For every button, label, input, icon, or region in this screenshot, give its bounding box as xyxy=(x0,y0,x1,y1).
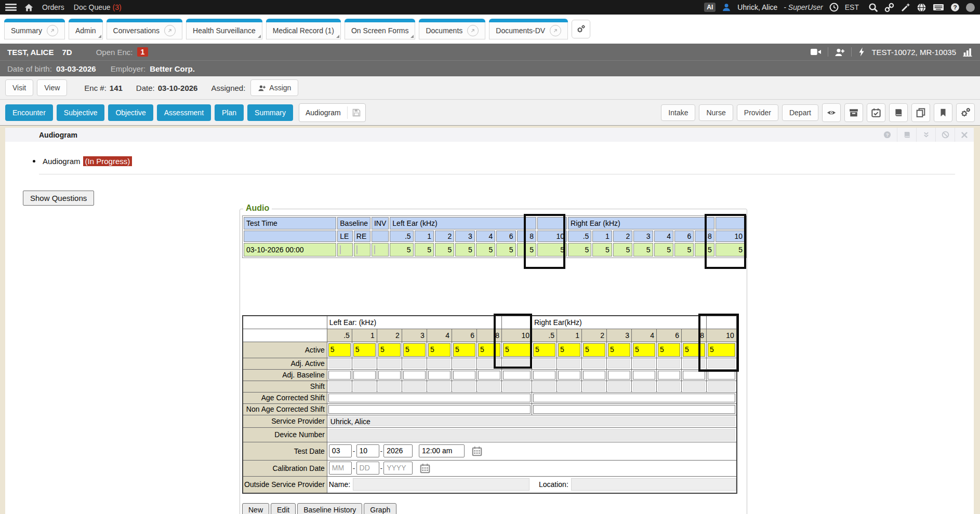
link-icon[interactable] xyxy=(884,3,894,12)
visit-button[interactable]: Visit xyxy=(5,79,33,96)
help-icon[interactable]: ? xyxy=(950,3,960,12)
tab-medical-record[interactable]: Medical Record (1) xyxy=(266,19,341,39)
active-threshold-input[interactable]: 5 xyxy=(378,343,401,357)
external-link-icon[interactable] xyxy=(164,25,176,36)
book-icon[interactable] xyxy=(889,103,908,122)
keyboard-icon[interactable] xyxy=(933,3,944,12)
show-questions-button[interactable]: Show Questions xyxy=(23,191,94,206)
calendar-icon[interactable] xyxy=(420,463,430,474)
test-date-day-input[interactable]: 10 xyxy=(356,444,379,457)
active-threshold-input[interactable]: 5 xyxy=(478,343,500,357)
home-icon[interactable] xyxy=(24,3,34,12)
provider-button[interactable]: Provider xyxy=(737,104,778,121)
audiogram-document-tab[interactable]: Audiogram xyxy=(299,103,366,122)
input-cell-wide[interactable] xyxy=(533,405,735,414)
external-link-icon[interactable] xyxy=(550,25,561,36)
test-date-month-input[interactable]: 03 xyxy=(329,444,352,457)
cancel-ban-icon[interactable] xyxy=(935,128,955,142)
open-enc-badge[interactable]: 1 xyxy=(137,47,149,57)
breadcrumb-doc-queue[interactable]: Doc Queue (3) xyxy=(74,3,122,11)
section-summary-button[interactable]: Summary xyxy=(247,104,293,121)
audiogram-list-item[interactable]: Audiogram (In Progress) xyxy=(33,156,974,166)
input-cell[interactable] xyxy=(583,371,605,380)
checkbox[interactable] xyxy=(340,245,341,254)
tab-summary[interactable]: Summary xyxy=(4,19,65,39)
calendar-check-icon[interactable] xyxy=(867,103,885,122)
assign-button[interactable]: Assign xyxy=(250,79,298,96)
input-cell[interactable] xyxy=(708,371,735,380)
panel-help-icon[interactable]: ? xyxy=(878,128,897,142)
tab-health-surveillance[interactable]: Health Surveillance xyxy=(186,19,262,39)
active-threshold-input[interactable]: 5 xyxy=(533,343,555,357)
lightning-bolt-icon[interactable] xyxy=(858,47,865,57)
input-cell[interactable] xyxy=(403,371,426,380)
active-threshold-input[interactable]: 5 xyxy=(328,343,351,357)
archive-box-icon[interactable] xyxy=(844,103,863,122)
tab-admin[interactable]: Admin xyxy=(69,19,103,39)
magic-wand-icon[interactable] xyxy=(900,3,910,12)
test-time-input[interactable]: 12:00 am xyxy=(419,444,465,457)
tab-documents[interactable]: Documents xyxy=(419,19,485,39)
checkbox[interactable] xyxy=(356,245,357,254)
test-time-value[interactable]: 03-10-2026 00:00 xyxy=(244,243,336,256)
input-cell[interactable] xyxy=(428,371,451,380)
active-threshold-input[interactable]: 5 xyxy=(708,343,735,357)
search-icon[interactable] xyxy=(868,3,878,12)
tab-settings-gears-icon[interactable] xyxy=(572,20,590,38)
eye-icon[interactable] xyxy=(822,103,841,122)
save-icon[interactable] xyxy=(348,109,365,117)
active-threshold-input[interactable]: 5 xyxy=(683,343,705,357)
input-cell[interactable] xyxy=(533,371,555,380)
input-cell[interactable] xyxy=(453,371,475,380)
baseline-le-cell[interactable] xyxy=(337,243,353,256)
timezone-label[interactable]: EST xyxy=(845,3,859,11)
active-threshold-input[interactable]: 5 xyxy=(403,343,426,357)
input-cell[interactable] xyxy=(558,371,580,380)
input-cell[interactable] xyxy=(353,371,376,380)
hamburger-menu-icon[interactable] xyxy=(5,4,17,11)
test-row[interactable]: 03-10-2026 00:00 5 5 5 5 5 5 5 5 5 5 5 5… xyxy=(244,243,745,256)
copy-pages-icon[interactable] xyxy=(911,103,930,122)
input-cell-wide[interactable] xyxy=(328,405,531,414)
active-threshold-input[interactable]: 5 xyxy=(353,343,376,357)
tab-on-screen-forms[interactable]: On Screen Forms xyxy=(345,19,415,39)
section-subjective-button[interactable]: Subjective xyxy=(57,104,105,121)
input-cell[interactable] xyxy=(478,371,500,380)
active-threshold-input[interactable]: 5 xyxy=(428,343,451,357)
active-threshold-input[interactable]: 5 xyxy=(633,343,655,357)
section-objective-button[interactable]: Objective xyxy=(108,104,153,121)
edit-button[interactable]: Edit xyxy=(271,503,296,514)
section-assessment-button[interactable]: Assessment xyxy=(157,104,211,121)
input-cell[interactable] xyxy=(633,371,655,380)
outside-location-input[interactable] xyxy=(571,478,736,491)
active-threshold-input[interactable]: 5 xyxy=(453,343,475,357)
active-threshold-input[interactable]: 5 xyxy=(558,343,580,357)
status-circle-icon[interactable] xyxy=(966,3,975,12)
graph-button[interactable]: Graph xyxy=(364,503,396,514)
input-cell-wide[interactable] xyxy=(328,394,531,402)
external-link-icon[interactable] xyxy=(47,25,58,36)
bookmark-icon[interactable] xyxy=(934,103,952,122)
depart-button[interactable]: Depart xyxy=(782,104,818,121)
calendar-icon[interactable] xyxy=(472,446,482,456)
calibration-year-input[interactable]: YYYY xyxy=(383,462,413,475)
new-button[interactable]: New xyxy=(242,503,269,514)
input-cell[interactable] xyxy=(503,371,531,380)
checkbox[interactable] xyxy=(374,245,375,254)
section-encounter-button[interactable]: Encounter xyxy=(5,104,53,121)
bar-chart-icon[interactable] xyxy=(962,47,973,57)
baseline-history-button[interactable]: Baseline History xyxy=(297,503,362,514)
input-cell[interactable] xyxy=(328,371,351,380)
section-plan-button[interactable]: Plan xyxy=(215,104,244,121)
ai-badge[interactable]: AI xyxy=(704,3,716,12)
video-camera-icon[interactable] xyxy=(810,48,822,56)
tab-documents-dv[interactable]: Documents-DV xyxy=(489,19,568,39)
close-icon[interactable] xyxy=(955,128,974,142)
input-cell[interactable] xyxy=(378,371,401,380)
input-cell[interactable] xyxy=(683,371,705,380)
inv-cell[interactable] xyxy=(372,243,389,256)
baseline-re-cell[interactable] xyxy=(354,243,370,256)
calibration-day-input[interactable]: DD xyxy=(356,462,379,475)
globe-icon[interactable] xyxy=(917,3,926,12)
intake-button[interactable]: Intake xyxy=(661,104,695,121)
